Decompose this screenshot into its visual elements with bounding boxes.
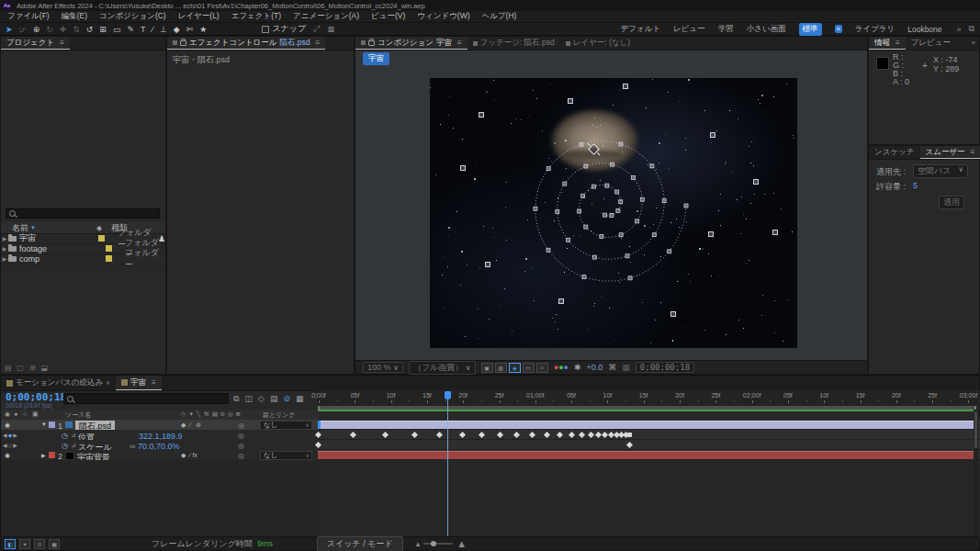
twirl-closed-icon[interactable]: ▶ bbox=[1, 235, 8, 242]
column-source-name[interactable]: ソース名 bbox=[65, 410, 91, 420]
video-eye-icon[interactable]: ◉ bbox=[5, 410, 10, 418]
fx-icon[interactable]: fx bbox=[205, 410, 209, 417]
share-panel-icon[interactable]: ⧉ bbox=[969, 24, 974, 34]
layer-switches[interactable]: ◆ ∕ ⊘ bbox=[181, 422, 201, 429]
snap-toggle[interactable]: スナップ bbox=[262, 23, 306, 35]
panel-menu-icon[interactable]: ≡ bbox=[896, 39, 900, 47]
panel-menu-icon[interactable]: ≡ bbox=[316, 39, 321, 47]
comp-navigator-chip[interactable]: 宇宙 bbox=[363, 52, 389, 65]
property-value[interactable]: 322.1,189.9 bbox=[139, 432, 183, 441]
roto-brush-tool[interactable]: ✄ bbox=[186, 24, 194, 35]
video-eye-icon[interactable]: ◉ bbox=[5, 452, 10, 459]
audio-icon[interactable]: ● bbox=[14, 410, 17, 417]
menu-item[interactable]: ビュー(V) bbox=[371, 11, 405, 22]
quality-icon[interactable]: ╲ bbox=[197, 410, 200, 418]
draft-3d-icon[interactable]: ◫ bbox=[244, 394, 253, 404]
keyframe-nav[interactable]: ◀◇▶ bbox=[3, 442, 18, 448]
in-point-handle[interactable] bbox=[318, 421, 321, 429]
keyframe[interactable] bbox=[557, 432, 563, 438]
zoom-in-mountain-icon[interactable]: ▲ bbox=[456, 538, 467, 549]
tab-close-icon[interactable]: × bbox=[106, 378, 110, 388]
frame-blend-icon[interactable]: ▤ bbox=[270, 394, 278, 404]
switch-mode-button[interactable]: スイッチ / モード bbox=[317, 536, 403, 551]
mini-flowchart-icon[interactable]: ⧉ bbox=[233, 394, 239, 404]
lock-icon[interactable]: ▣ bbox=[32, 410, 39, 418]
menu-item[interactable]: エフェクト(T) bbox=[231, 11, 281, 22]
include-graph-icon[interactable]: ◎ bbox=[238, 432, 244, 440]
timeline-zoom-slider[interactable]: ▴ ▲ bbox=[416, 538, 467, 549]
keyframe[interactable] bbox=[627, 433, 632, 437]
keyframe[interactable] bbox=[436, 432, 443, 438]
project-search-input[interactable] bbox=[6, 208, 160, 219]
text-tool[interactable]: T bbox=[141, 24, 146, 35]
tab-effect-controls[interactable]: エフェクトコントロール 隕石.psd ≡ bbox=[167, 37, 325, 50]
tab-smoother[interactable]: スムーザー≡ bbox=[920, 146, 980, 159]
exposure-value[interactable]: +0.0 bbox=[587, 363, 603, 372]
tab-timeline-0[interactable]: モーションパスの絞込み× bbox=[1, 376, 116, 390]
workspace-menu-icon[interactable]: ≡ bbox=[835, 25, 842, 33]
keyframe[interactable] bbox=[544, 432, 550, 438]
workspace-item[interactable]: デフォルト bbox=[621, 24, 661, 35]
resolution-select[interactable]: （フル画質） ∨ bbox=[409, 361, 476, 375]
video-eye-icon[interactable]: ◉ bbox=[5, 422, 10, 429]
mask-visibility-icon[interactable]: ◈ bbox=[509, 363, 521, 373]
keyframe[interactable] bbox=[459, 432, 466, 438]
item-name[interactable]: comp bbox=[19, 254, 39, 264]
playhead-handle[interactable] bbox=[445, 391, 451, 399]
graph-editor-icon[interactable]: ▦ bbox=[296, 394, 304, 404]
workspace-item[interactable]: ライブラリ bbox=[855, 24, 896, 35]
tab-viewer-0[interactable]: コンポジション宇宙≡ bbox=[355, 37, 467, 50]
hand-tool[interactable]: ☞ bbox=[19, 24, 27, 35]
label-color-swatch[interactable] bbox=[49, 452, 55, 458]
solo-icon[interactable]: ○ bbox=[23, 410, 27, 417]
label-color-swatch[interactable] bbox=[106, 245, 112, 252]
workspace-overflow-chevron[interactable]: » bbox=[957, 25, 962, 34]
menu-item[interactable]: ヘルプ(H) bbox=[482, 11, 517, 22]
brush-tool[interactable]: ∕ bbox=[152, 24, 153, 35]
zoom-select[interactable]: 100 % ∨ bbox=[363, 362, 403, 373]
snap-checkbox[interactable] bbox=[262, 26, 269, 33]
workspace-item[interactable]: Lookbone bbox=[907, 25, 941, 34]
workspace-item[interactable]: 小さい画面 bbox=[747, 24, 786, 35]
rectangle-tool[interactable]: ▭ bbox=[113, 24, 121, 35]
resolution-gear-icon[interactable]: ✱ bbox=[574, 363, 581, 372]
panel-menu-icon[interactable]: ≡ bbox=[152, 378, 156, 387]
tab-viewer-2[interactable]: レイヤー: (なし) bbox=[560, 37, 636, 50]
pen-tool[interactable]: ✎ bbox=[127, 24, 134, 35]
track-row-2[interactable] bbox=[318, 450, 980, 460]
panel-menu-icon[interactable]: ≡ bbox=[971, 148, 975, 156]
tolerance-value[interactable]: 5 bbox=[913, 181, 918, 190]
color-depth-icon[interactable]: ⬓ bbox=[41, 364, 49, 372]
twirl-closed-icon[interactable]: ▶ bbox=[1, 255, 8, 262]
eraser-tool[interactable]: ◆ bbox=[174, 24, 180, 35]
keyframe[interactable] bbox=[529, 432, 535, 438]
clone-stamp-tool[interactable]: ⊥ bbox=[160, 24, 167, 35]
lock-icon[interactable] bbox=[180, 40, 186, 46]
menu-item[interactable]: ファイル(F) bbox=[7, 11, 50, 22]
motion-blur-icon[interactable]: ⊘ bbox=[283, 394, 290, 404]
parent-select[interactable]: なし bbox=[260, 421, 312, 430]
rotation-tool[interactable]: ↺ bbox=[86, 24, 94, 35]
panel-overflow-chevron[interactable]: » bbox=[968, 37, 979, 50]
lock-icon[interactable] bbox=[368, 40, 375, 46]
workspace-item[interactable]: レビュー bbox=[673, 24, 705, 35]
comp-marker-icon[interactable]: ◧ bbox=[5, 539, 16, 549]
expression-icon[interactable]: ✦ bbox=[19, 539, 30, 549]
puppet-pin-tool[interactable]: ★ bbox=[199, 24, 207, 35]
include-graph-icon[interactable]: ◎ bbox=[238, 442, 244, 450]
keyframe-nav[interactable]: ◀◆▶ bbox=[3, 432, 18, 438]
keyframe[interactable] bbox=[411, 432, 418, 438]
item-name[interactable]: footage bbox=[19, 244, 47, 253]
boolean-icon[interactable]: ⊠ bbox=[327, 25, 334, 34]
zoom-out-mountain-icon[interactable]: ▴ bbox=[416, 539, 421, 548]
label-color-swatch[interactable] bbox=[98, 235, 105, 242]
show-snapshot-icon[interactable]: ▦ bbox=[622, 363, 630, 372]
keyframe[interactable] bbox=[626, 442, 633, 448]
panel-menu-icon[interactable]: ≡ bbox=[457, 39, 462, 47]
layer-duration-bar[interactable] bbox=[318, 421, 976, 429]
label-color-swatch[interactable] bbox=[49, 422, 55, 428]
label-color-swatch[interactable] bbox=[106, 255, 112, 262]
menu-item[interactable]: 編集(E) bbox=[62, 11, 87, 22]
zoom-knob[interactable] bbox=[431, 541, 436, 546]
timeline-search-input[interactable] bbox=[63, 393, 229, 404]
